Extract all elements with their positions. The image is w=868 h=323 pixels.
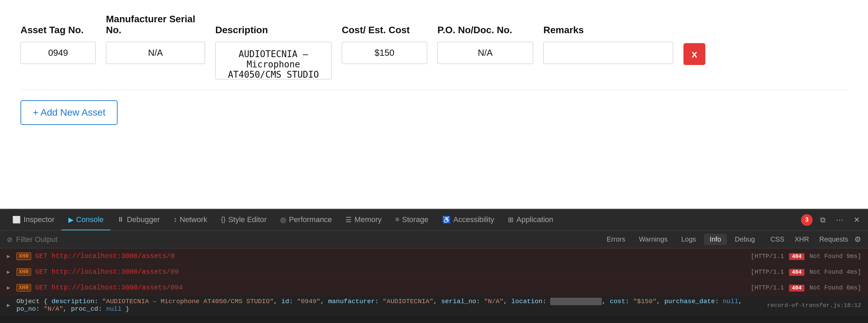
asset-tag-wrapper <box>21 42 96 64</box>
filter-buttons: Errors Warnings Logs Info Debug <box>601 234 761 245</box>
table-row: AUDIOTECNIA – Microphone AT4050/CMS STUD… <box>21 42 847 79</box>
filter-output-input[interactable] <box>16 235 601 244</box>
tab-network[interactable]: ↕ Network <box>167 209 214 230</box>
tab-application-label: Application <box>516 215 553 224</box>
status-badge-1: 404 <box>789 253 804 260</box>
tab-console-label: Console <box>76 215 104 224</box>
tab-network-label: Network <box>180 215 207 224</box>
object-text: Object { description: "AUDIOTECNIA – Mic… <box>16 298 763 313</box>
url-1: http://localhost:3000/assets/0 <box>52 252 175 260</box>
po-input[interactable] <box>437 42 533 64</box>
accessibility-icon: ♿ <box>442 216 451 224</box>
xhr-badge-2: XHR <box>16 268 31 276</box>
col-header-serial: Manufacturer Serial No. <box>106 14 205 36</box>
col-header-po: P.O. No/Doc. No. <box>437 25 533 36</box>
expand-arrow-1[interactable]: ▶ <box>7 253 12 260</box>
console-status-3: [HTTP/1.1 404 Not Found 6ms] <box>751 284 861 291</box>
tab-accessibility[interactable]: ♿ Accessibility <box>435 209 501 230</box>
expand-arrow-4[interactable]: ▶ <box>7 302 12 309</box>
asset-tag-input[interactable] <box>21 42 96 64</box>
url-2: http://localhost:3000/assets/09 <box>52 268 179 276</box>
memory-icon: ☰ <box>345 216 352 224</box>
expand-arrow-3[interactable]: ▶ <box>7 284 12 291</box>
tab-console[interactable]: ▶ Console <box>62 209 111 230</box>
storage-icon: ≡ <box>395 216 399 223</box>
delete-row-button[interactable]: x <box>683 43 705 65</box>
time-3: 6ms <box>846 284 857 291</box>
filter-warnings-button[interactable]: Warnings <box>633 234 674 245</box>
po-wrapper <box>437 42 533 64</box>
remarks-wrapper <box>543 42 673 64</box>
tab-performance[interactable]: ◎ Performance <box>273 209 339 230</box>
expand-arrow-2[interactable]: ▶ <box>7 269 12 275</box>
tab-inspector[interactable]: ⬜ Inspector <box>5 209 62 230</box>
col-header-asset-tag: Asset Tag No. <box>21 25 96 36</box>
cost-wrapper <box>342 42 427 64</box>
asset-table: Asset Tag No. Manufacturer Serial No. De… <box>21 14 847 125</box>
devtools-right-controls: 3 ⧉ ⋯ ✕ <box>801 214 863 226</box>
source-link-4[interactable]: record-of-transfer.js:18:12 <box>767 302 861 309</box>
xhr-badge-3: XHR <box>16 284 31 292</box>
time-1: 9ms <box>846 253 857 260</box>
devtools-panel: ⬜ Inspector ▶ Console ⏸ Debugger ↕ Netwo… <box>0 209 868 323</box>
status-badge-3: 404 <box>789 285 804 292</box>
tab-performance-label: Performance <box>289 215 332 224</box>
description-wrapper: AUDIOTECNIA – Microphone AT4050/CMS STUD… <box>215 42 331 79</box>
tab-inspector-label: Inspector <box>24 215 55 224</box>
cost-input[interactable] <box>342 42 427 64</box>
error-count-badge: 3 <box>801 214 813 226</box>
serial-wrapper <box>106 42 205 64</box>
tab-application[interactable]: ⊞ Application <box>501 209 560 230</box>
main-content: Asset Tag No. Manufacturer Serial No. De… <box>0 0 868 209</box>
tab-memory[interactable]: ☰ Memory <box>339 209 388 230</box>
tab-debugger-label: Debugger <box>127 215 160 224</box>
time-2: 4ms <box>846 269 857 275</box>
tab-memory-label: Memory <box>354 215 381 224</box>
style-editor-icon: {} <box>221 216 226 223</box>
filter-css-button[interactable]: CSS <box>768 235 787 244</box>
http-ver-3: HTTP/1.1 <box>755 284 784 291</box>
filter-requests-button[interactable]: Requests <box>817 235 851 244</box>
status-text-3: Not Found <box>810 284 843 291</box>
responsive-design-button[interactable]: ⧉ <box>817 214 828 226</box>
filter-type-buttons: CSS XHR Requests <box>768 235 851 244</box>
http-ver-2: HTTP/1.1 <box>755 269 784 275</box>
filter-bar: ⊘ Errors Warnings Logs Info Debug CSS XH… <box>0 231 868 248</box>
console-icon: ▶ <box>68 216 73 224</box>
more-tools-button[interactable]: ⋯ <box>833 214 846 226</box>
tab-style-editor[interactable]: {} Style Editor <box>214 209 274 230</box>
tab-style-editor-label: Style Editor <box>228 215 267 224</box>
table-headers: Asset Tag No. Manufacturer Serial No. De… <box>21 14 847 36</box>
console-entry-1: ▶ XHR GET http://localhost:3000/assets/0… <box>0 248 868 264</box>
filter-errors-button[interactable]: Errors <box>601 234 631 245</box>
filter-icon: ⊘ <box>7 235 13 244</box>
remarks-input[interactable] <box>543 42 673 64</box>
application-icon: ⊞ <box>508 216 514 224</box>
console-entry-text-2: GET http://localhost:3000/assets/09 <box>35 268 747 276</box>
tab-storage[interactable]: ≡ Storage <box>389 209 435 230</box>
http-ver-1: HTTP/1.1 <box>755 253 784 260</box>
network-icon: ↕ <box>174 216 177 223</box>
tab-storage-label: Storage <box>402 215 428 224</box>
xhr-badge-1: XHR <box>16 253 31 260</box>
devtools-toolbar: ⬜ Inspector ▶ Console ⏸ Debugger ↕ Netwo… <box>0 209 868 231</box>
serial-input[interactable] <box>106 42 205 64</box>
divider <box>21 90 847 90</box>
add-asset-button[interactable]: + Add New Asset <box>21 100 118 125</box>
inspector-icon: ⬜ <box>12 216 21 224</box>
close-devtools-button[interactable]: ✕ <box>851 214 863 226</box>
console-entries: ▶ XHR GET http://localhost:3000/assets/0… <box>0 248 868 323</box>
description-input[interactable]: AUDIOTECNIA – Microphone AT4050/CMS STUD… <box>215 42 331 79</box>
col-header-description: Description <box>215 25 331 36</box>
col-header-remarks: Remarks <box>543 25 673 36</box>
console-settings-button[interactable]: ⚙ <box>854 235 861 244</box>
status-badge-2: 404 <box>789 269 804 276</box>
filter-xhr-button[interactable]: XHR <box>792 235 812 244</box>
console-entry-text-1: GET http://localhost:3000/assets/0 <box>35 252 747 260</box>
filter-info-button[interactable]: Info <box>704 234 727 245</box>
filter-logs-button[interactable]: Logs <box>675 234 702 245</box>
status-text-2: Not Found <box>810 269 843 275</box>
console-entry-4: ▶ Object { description: "AUDIOTECNIA – M… <box>0 296 868 315</box>
tab-debugger[interactable]: ⏸ Debugger <box>110 209 167 230</box>
filter-debug-button[interactable]: Debug <box>729 234 761 245</box>
